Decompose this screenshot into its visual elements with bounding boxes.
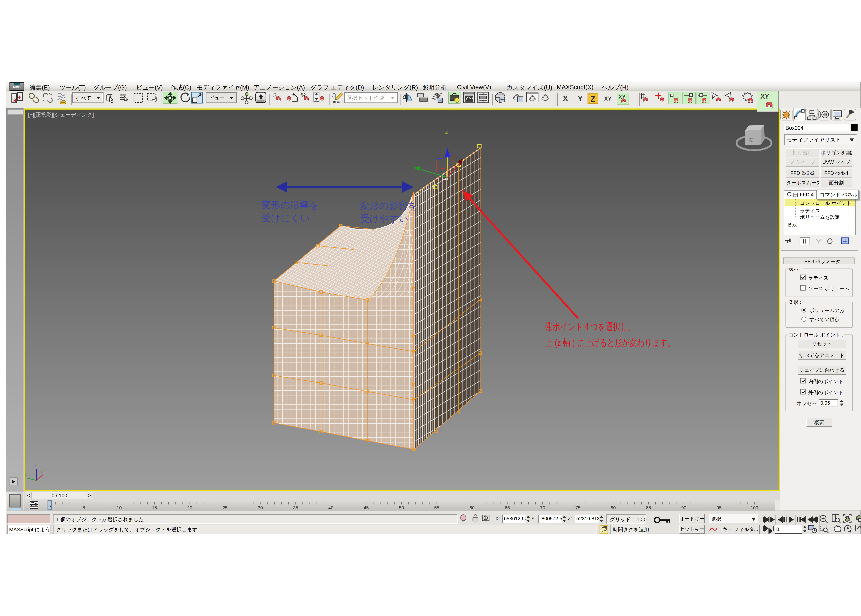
svg-text:x: x (41, 469, 43, 475)
svg-text:XY: XY (604, 95, 612, 102)
svg-text:100: 100 (751, 505, 758, 510)
svg-text:25: 25 (222, 505, 227, 510)
svg-text:ビュー: ビュー (209, 95, 225, 101)
svg-text:Z: Z (590, 94, 595, 104)
svg-text:35: 35 (293, 505, 298, 510)
svg-text:15: 15 (152, 505, 157, 510)
svg-text:すべて: すべて (75, 95, 91, 101)
svg-text:ABC: ABC (333, 100, 340, 104)
svg-text:40: 40 (328, 505, 334, 510)
svg-text:65: 65 (505, 505, 510, 510)
svg-text:選択セット作成: 選択セット作成 (347, 95, 384, 101)
svg-text:70: 70 (540, 505, 545, 510)
svg-text:y: y (25, 471, 27, 476)
svg-text:80: 80 (611, 505, 615, 510)
svg-text:55: 55 (434, 505, 439, 510)
svg-text:60: 60 (470, 505, 475, 510)
svg-text:30: 30 (258, 505, 263, 510)
svg-text:10: 10 (116, 505, 121, 510)
svg-text:75: 75 (575, 505, 580, 510)
svg-text:45: 45 (364, 505, 369, 510)
svg-text:X: X (563, 94, 568, 103)
svg-text:90: 90 (681, 505, 686, 510)
svg-text:z: z (34, 463, 36, 468)
svg-text:Y: Y (578, 94, 583, 103)
svg-text:Z: Z (445, 130, 448, 135)
svg-text:左: 左 (749, 137, 754, 143)
svg-text:95: 95 (716, 505, 721, 510)
svg-text:20: 20 (187, 505, 192, 510)
svg-text:85: 85 (646, 505, 651, 510)
svg-text:5: 5 (83, 505, 85, 510)
svg-text:50: 50 (399, 505, 404, 510)
svg-text:0: 0 (49, 504, 50, 509)
